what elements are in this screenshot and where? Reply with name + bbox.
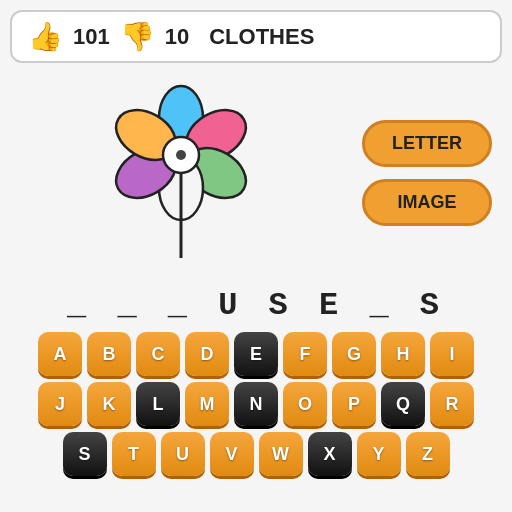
key-m[interactable]: M [185, 382, 229, 426]
key-row-0: ABCDEFGHI [38, 332, 474, 376]
key-i[interactable]: I [430, 332, 474, 376]
key-w[interactable]: W [259, 432, 303, 476]
key-e[interactable]: E [234, 332, 278, 376]
key-f[interactable]: F [283, 332, 327, 376]
key-l[interactable]: L [136, 382, 180, 426]
key-d[interactable]: D [185, 332, 229, 376]
hints-area: LETTER IMAGE [362, 73, 502, 273]
key-y[interactable]: Y [357, 432, 401, 476]
image-hint-button[interactable]: IMAGE [362, 179, 492, 226]
key-x[interactable]: X [308, 432, 352, 476]
key-r[interactable]: R [430, 382, 474, 426]
key-o[interactable]: O [283, 382, 327, 426]
main-area: LETTER IMAGE [10, 73, 502, 273]
key-v[interactable]: V [210, 432, 254, 476]
key-g[interactable]: G [332, 332, 376, 376]
word-display: _ _ _ U S E _ S [10, 287, 502, 324]
key-c[interactable]: C [136, 332, 180, 376]
key-a[interactable]: A [38, 332, 82, 376]
key-q[interactable]: Q [381, 382, 425, 426]
key-p[interactable]: P [332, 382, 376, 426]
key-n[interactable]: N [234, 382, 278, 426]
key-u[interactable]: U [161, 432, 205, 476]
key-s[interactable]: S [63, 432, 107, 476]
thumbdown-icon: 👎 [120, 20, 155, 53]
thumbup-icon: 👍 [28, 20, 63, 53]
letter-hint-button[interactable]: LETTER [362, 120, 492, 167]
key-k[interactable]: K [87, 382, 131, 426]
svg-point-7 [176, 150, 186, 160]
key-t[interactable]: T [112, 432, 156, 476]
like-count: 101 [73, 24, 110, 50]
key-j[interactable]: J [38, 382, 82, 426]
flower-area [10, 73, 352, 273]
dislike-count: 10 [165, 24, 189, 50]
top-bar: 👍 101 👎 10 CLOTHES [10, 10, 502, 63]
key-b[interactable]: B [87, 332, 131, 376]
keyboard: ABCDEFGHIJKLMNOPQRSTUVWXYZ [6, 332, 506, 476]
category-label: CLOTHES [209, 24, 314, 50]
key-row-1: JKLMNOPQR [38, 382, 474, 426]
key-h[interactable]: H [381, 332, 425, 376]
key-z[interactable]: Z [406, 432, 450, 476]
key-row-2: STUVWXYZ [63, 432, 450, 476]
flower-image [101, 73, 261, 273]
